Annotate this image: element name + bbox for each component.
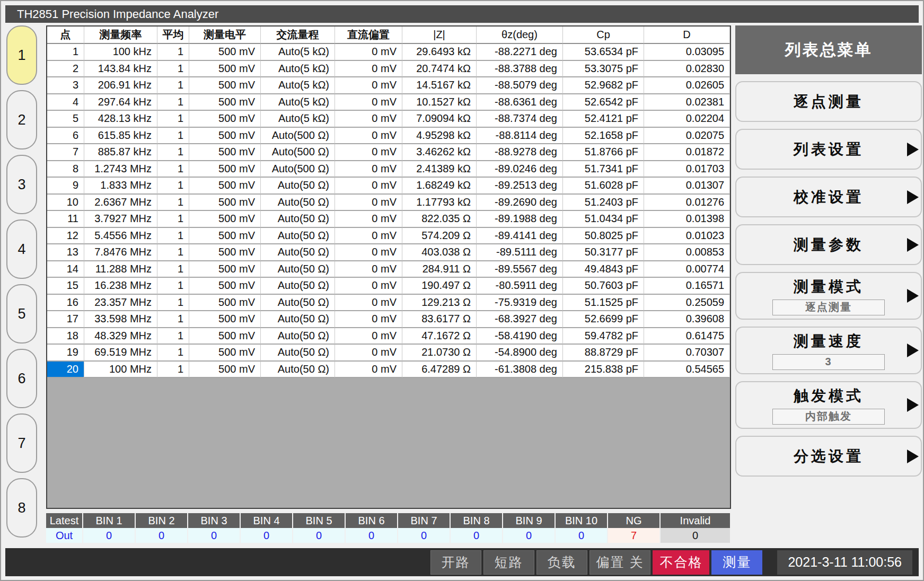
bin-label-12: Invalid [661, 513, 731, 528]
status-bar: 开路短路负载偏置 关不合格测量 2021-3-11 11:00:56 [5, 548, 919, 576]
table-row[interactable]: 1733.598 MHz1500 mVAuto(50 Ω)0 mV83.6177… [47, 311, 730, 328]
cell-theta-z: -88.5079 deg [477, 77, 563, 94]
menu-item-measure-speed[interactable]: 测量速度3 [735, 327, 922, 374]
load-button[interactable]: 负载 [536, 550, 587, 575]
cell-point: 1 [47, 44, 84, 61]
cell-level: 500 mV [189, 44, 261, 61]
cell-average: 1 [157, 362, 189, 378]
cell-z-magnitude: 7.09094 kΩ [402, 111, 477, 128]
table-row[interactable]: 6615.85 kHz1500 mVAuto(500 Ω)0 mV4.95298… [47, 128, 730, 145]
open-circuit-button[interactable]: 开路 [430, 550, 481, 575]
cell-d: 0.02381 [644, 94, 730, 111]
measure-status-button[interactable]: 测量 [711, 550, 762, 575]
table-row[interactable]: 91.833 MHz1500 mVAuto(50 Ω)0 mV1.68249 k… [47, 178, 730, 195]
cell-point: 3 [47, 77, 84, 94]
bin-label-4: BIN 4 [241, 513, 293, 528]
cell-point: 19 [47, 345, 84, 362]
cell-level: 500 mV [189, 261, 261, 278]
cell-theta-z: -89.4141 deg [477, 228, 563, 245]
menu-title: 列表总菜单 [735, 25, 922, 74]
submenu-arrow-icon [907, 398, 919, 412]
table-row[interactable]: 102.6367 MHz1500 mVAuto(50 Ω)0 mV1.17793… [47, 195, 730, 212]
cell-dc-bias: 0 mV [335, 195, 402, 212]
menu-item-label: 测量速度 [794, 331, 864, 351]
page-tab-6[interactable]: 6 [6, 349, 37, 408]
page-tab-1[interactable]: 1 [6, 25, 37, 85]
cell-level: 500 mV [189, 94, 261, 111]
menu-item-trigger-mode[interactable]: 触发模式内部触发 [735, 381, 922, 429]
cell-d: 0.01307 [644, 178, 730, 195]
cell-z-magnitude: 6.47289 Ω [402, 362, 477, 378]
cell-cp: 52.6699 pF [563, 311, 644, 328]
cell-cp: 51.8766 pF [563, 144, 644, 161]
cell-z-magnitude: 403.038 Ω [402, 244, 477, 261]
cell-point: 11 [47, 211, 84, 228]
menu-item-single-point-measure[interactable]: 逐点测量 [735, 81, 922, 122]
cell-level: 500 mV [189, 144, 261, 161]
short-circuit-button[interactable]: 短路 [483, 550, 534, 575]
menu-item-list-setup[interactable]: 列表设置 [735, 129, 922, 170]
ng-status-button[interactable]: 不合格 [653, 550, 709, 575]
page-tab-8[interactable]: 8 [6, 478, 37, 538]
table-row[interactable]: 125.4556 MHz1500 mVAuto(50 Ω)0 mV574.209… [47, 228, 730, 245]
table-row[interactable]: 4297.64 kHz1500 mVAuto(5 kΩ)0 mV10.1527 … [47, 94, 730, 111]
table-row[interactable]: 7885.87 kHz1500 mVAuto(500 Ω)0 mV3.46262… [47, 144, 730, 161]
cell-ac-range: Auto(5 kΩ) [261, 77, 335, 94]
table-row[interactable]: 2143.84 kHz1500 mVAuto(5 kΩ)0 mV20.7474 … [47, 61, 730, 78]
table-row[interactable]: 5428.13 kHz1500 mVAuto(5 kΩ)0 mV7.09094 … [47, 111, 730, 128]
bin-label-11: NG [608, 513, 661, 528]
cell-dc-bias: 0 mV [335, 161, 402, 178]
cell-cp: 88.8729 pF [563, 345, 644, 362]
cell-d: 0.61475 [644, 328, 730, 345]
column-header-dc-bias: 直流偏置 [335, 27, 402, 44]
cell-level: 500 mV [189, 61, 261, 78]
side-menu: 列表总菜单 逐点测量列表设置校准设置测量参数测量模式逐点测量测量速度3触发模式内… [735, 25, 922, 477]
page-tab-5[interactable]: 5 [6, 284, 37, 344]
table-row[interactable]: 1516.238 MHz1500 mVAuto(50 Ω)0 mV190.497… [47, 278, 730, 295]
bin-label-7: BIN 7 [398, 513, 451, 528]
bin-label-6: BIN 6 [346, 513, 398, 528]
table-row[interactable]: 20100 MHz1500 mVAuto(50 Ω)0 mV6.47289 Ω-… [47, 362, 730, 378]
table-row[interactable]: 137.8476 MHz1500 mVAuto(50 Ω)0 mV403.038… [47, 244, 730, 261]
cell-frequency: 885.87 kHz [84, 144, 157, 161]
page-tab-7[interactable]: 7 [6, 413, 37, 473]
table-row[interactable]: 1100 kHz1500 mVAuto(5 kΩ)0 mV29.6493 kΩ-… [47, 44, 730, 61]
cell-average: 1 [157, 128, 189, 145]
cell-z-magnitude: 14.5167 kΩ [402, 77, 477, 94]
cell-point: 2 [47, 61, 84, 78]
page-tab-4[interactable]: 4 [6, 219, 37, 279]
cell-ac-range: Auto(50 Ω) [261, 362, 335, 378]
cell-z-magnitude: 83.6177 Ω [402, 311, 477, 328]
menu-item-calibration-setup[interactable]: 校准设置 [735, 177, 922, 217]
footer-buttons: 开路短路负载偏置 关不合格测量 [430, 550, 763, 575]
table-row[interactable]: 1848.329 MHz1500 mVAuto(50 Ω)0 mV47.1672… [47, 328, 730, 345]
menu-item-measure-parameters[interactable]: 测量参数 [735, 224, 922, 265]
cell-z-magnitude: 1.68249 kΩ [402, 178, 477, 195]
cell-average: 1 [157, 328, 189, 345]
page-tab-3[interactable]: 3 [6, 155, 37, 214]
cell-z-magnitude: 284.911 Ω [402, 261, 477, 278]
page-tab-2[interactable]: 2 [6, 90, 37, 149]
menu-item-sorting-setup[interactable]: 分选设置 [735, 436, 922, 477]
menu-item-value: 内部触发 [772, 409, 885, 425]
bias-button[interactable]: 偏置 关 [589, 550, 651, 575]
menu-item-measure-mode[interactable]: 测量模式逐点测量 [735, 272, 922, 320]
table-row[interactable]: 113.7927 MHz1500 mVAuto(50 Ω)0 mV822.035… [47, 211, 730, 228]
table-row[interactable]: 1969.519 MHz1500 mVAuto(50 Ω)0 mV21.0730… [47, 345, 730, 362]
table-row[interactable]: 1623.357 MHz1500 mVAuto(50 Ω)0 mV129.213… [47, 295, 730, 312]
cell-cp: 50.3177 pF [563, 244, 644, 261]
cell-ac-range: Auto(500 Ω) [261, 161, 335, 178]
table-row[interactable]: 1411.288 MHz1500 mVAuto(50 Ω)0 mV284.911… [47, 261, 730, 278]
bin-count-5: 0 [293, 528, 346, 543]
cell-dc-bias: 0 mV [335, 328, 402, 345]
cell-z-magnitude: 2.41389 kΩ [402, 161, 477, 178]
cell-level: 500 mV [189, 311, 261, 328]
column-header-average: 平均 [157, 27, 189, 44]
bin-count-2: 0 [136, 528, 188, 543]
table-row[interactable]: 81.2743 MHz1500 mVAuto(500 Ω)0 mV2.41389… [47, 161, 730, 178]
table-row[interactable]: 3206.91 kHz1500 mVAuto(5 kΩ)0 mV14.5167 … [47, 77, 730, 94]
menu-item-label: 测量模式 [794, 277, 864, 297]
cell-theta-z: -89.5567 deg [477, 261, 563, 278]
cell-frequency: 48.329 MHz [84, 328, 157, 345]
cell-point: 15 [47, 278, 84, 295]
